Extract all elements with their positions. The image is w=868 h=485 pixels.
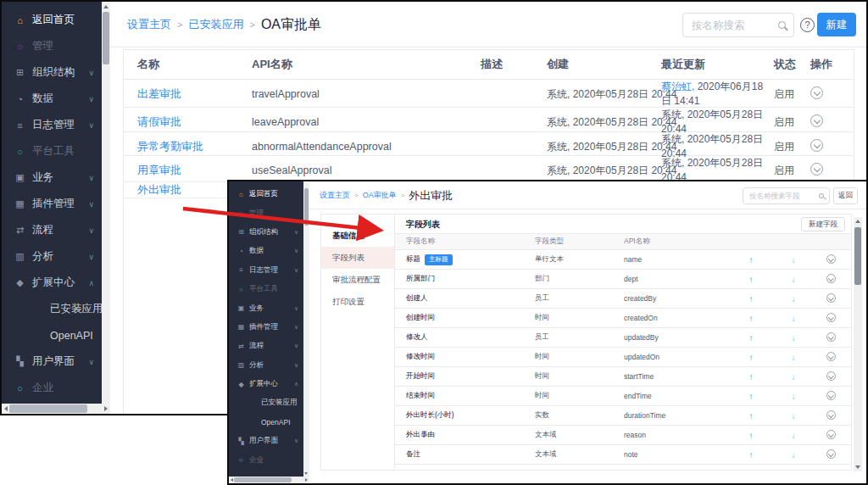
sidebar-item[interactable]: ≡ 日志管理 ∨ — [2, 112, 102, 138]
detail-menu-item[interactable]: 字段列表 — [321, 247, 394, 269]
sidebar-item[interactable]: ▚ 用户界面 ∨ — [2, 348, 102, 375]
sidebar-item[interactable]: ▥ 分析 ∨ — [229, 356, 303, 375]
move-down-icon[interactable]: ↓ — [772, 372, 815, 382]
sidebar-horizontal-scrollbar[interactable] — [2, 404, 110, 414]
field-actions-icon[interactable] — [826, 410, 836, 420]
sidebar-item[interactable]: ≡ 日志管理 ∨ — [229, 261, 303, 280]
sidebar-item-icon: ▣ — [237, 304, 245, 312]
back-button[interactable]: 返回 — [833, 187, 858, 204]
sidebar-item[interactable]: ▦ 插件管理 ∨ — [229, 318, 303, 337]
move-up-icon[interactable]: ↑ — [730, 431, 772, 440]
field-actions-icon[interactable] — [826, 449, 836, 459]
sidebar-item[interactable]: ◔ 数据 ∨ — [229, 242, 303, 260]
sidebar-item-label: 平台工具 — [32, 144, 75, 159]
move-up-icon[interactable]: ↑ — [730, 294, 772, 304]
move-up-icon[interactable]: ↑ — [730, 255, 772, 265]
breadcrumb-link[interactable]: OA审批单 — [363, 190, 397, 201]
field-actions-icon[interactable] — [826, 430, 836, 439]
move-down-icon[interactable]: ↓ — [772, 255, 815, 265]
sidebar-item[interactable]: OpenAPI — [2, 322, 102, 348]
field-actions-icon[interactable] — [826, 391, 836, 400]
popup-sidebar-vertical-scrollbar[interactable] — [303, 181, 309, 477]
sidebar-item[interactable]: ○ 平台工具 — [2, 138, 102, 164]
detail-menu-item[interactable]: 打印设置 — [321, 291, 394, 313]
field-table-scrollbar[interactable] — [854, 217, 862, 471]
field-type: 时间 — [535, 371, 624, 382]
field-actions-icon[interactable] — [826, 274, 836, 283]
move-down-icon[interactable]: ↓ — [772, 411, 815, 421]
sidebar-item[interactable]: ○ 企业 — [2, 375, 102, 401]
breadcrumb-link[interactable]: 设置主页 — [127, 17, 171, 32]
sidebar-item[interactable]: ▚ 用户界面 ∨ — [229, 432, 303, 450]
sidebar-item[interactable]: ○ 企业 — [229, 450, 303, 469]
field-search-input[interactable] — [743, 192, 819, 200]
field-name: 外出时长(小时) — [406, 410, 535, 421]
main-topbar: 设置主页 > 已安装应用 > OA审批单 ? 新建 — [110, 2, 866, 47]
new-button[interactable]: 新建 — [817, 13, 856, 36]
move-down-icon[interactable]: ↓ — [772, 314, 815, 323]
row-actions-icon[interactable] — [810, 86, 823, 99]
search-input[interactable] — [683, 20, 778, 31]
move-down-icon[interactable]: ↓ — [772, 392, 815, 401]
popup-sidebar-horizontal-scrollbar[interactable] — [229, 477, 309, 483]
row-actions-icon[interactable] — [810, 139, 823, 152]
sidebar-item[interactable]: ⇄ 流程 ∨ — [229, 337, 303, 355]
app-name-link[interactable]: 外出审批 — [137, 183, 181, 196]
move-down-icon[interactable]: ↓ — [772, 294, 815, 304]
sidebar-item[interactable]: ▦ 插件管理 ∨ — [2, 191, 102, 217]
field-actions-icon[interactable] — [826, 313, 836, 322]
detail-menu-item[interactable]: 基础信息 — [321, 225, 394, 247]
move-up-icon[interactable]: ↑ — [730, 450, 772, 460]
field-name: 标题主标题 — [406, 254, 535, 265]
detail-menu-item[interactable]: 审批流程配置 — [321, 269, 394, 291]
sidebar-vertical-scrollbar[interactable] — [102, 2, 110, 404]
sidebar-item[interactable]: ◆ 扩展中心 ∧ — [229, 375, 303, 393]
help-icon[interactable]: ? — [800, 18, 815, 32]
sidebar-item[interactable]: ▣ 业务 ∨ — [2, 164, 102, 191]
sidebar-item[interactable]: ▥ 分析 ∨ — [2, 243, 102, 270]
search-icon[interactable] — [819, 193, 824, 198]
app-name-link[interactable]: 异常考勤审批 — [137, 140, 203, 153]
move-up-icon[interactable]: ↑ — [730, 275, 772, 284]
sidebar-item[interactable]: ⊞ 组织结构 ∨ — [229, 223, 303, 242]
sidebar-item[interactable]: ○ 平台工具 — [229, 280, 303, 298]
breadcrumb-link[interactable]: 设置主页 — [320, 190, 350, 201]
move-up-icon[interactable]: ↑ — [730, 314, 772, 323]
sidebar-item[interactable]: OpenAPI — [229, 413, 303, 432]
sidebar-item[interactable]: 已安装应用 — [2, 296, 102, 322]
move-down-icon[interactable]: ↓ — [772, 275, 815, 284]
app-name-link[interactable]: 请假审批 — [137, 115, 181, 128]
field-actions-icon[interactable] — [826, 371, 836, 381]
new-field-button[interactable]: 新建字段 — [801, 217, 845, 231]
field-actions-icon[interactable] — [826, 293, 836, 303]
move-up-icon[interactable]: ↑ — [730, 333, 772, 343]
move-up-icon[interactable]: ↑ — [730, 353, 772, 362]
row-actions-icon[interactable] — [810, 114, 823, 127]
field-actions-icon[interactable] — [826, 352, 836, 361]
app-name-link[interactable]: 出差审批 — [137, 87, 181, 100]
field-actions-icon[interactable] — [826, 254, 836, 264]
move-down-icon[interactable]: ↓ — [772, 333, 815, 343]
sidebar-item[interactable]: ◆ 扩展中心 ∧ — [2, 270, 102, 296]
app-name-link[interactable]: 用章审批 — [137, 164, 181, 176]
sidebar-item[interactable]: ◔ 数据 ∨ — [2, 86, 102, 112]
sidebar-item[interactable]: ○ 管理 — [229, 203, 303, 222]
updated-by-link[interactable]: 蔡治虹, — [661, 81, 694, 92]
move-down-icon[interactable]: ↓ — [772, 353, 815, 362]
sidebar-item[interactable]: ⌂ 返回首页 — [229, 185, 303, 203]
sidebar-item[interactable]: ⇄ 流程 ∨ — [2, 217, 102, 243]
move-down-icon[interactable]: ↓ — [772, 431, 815, 440]
move-up-icon[interactable]: ↑ — [730, 392, 772, 401]
move-up-icon[interactable]: ↑ — [730, 411, 772, 421]
field-actions-icon[interactable] — [826, 332, 836, 342]
sidebar-item[interactable]: 已安装应用 — [229, 393, 303, 412]
search-icon[interactable] — [778, 21, 786, 29]
sidebar-item[interactable]: ⊞ 组织结构 ∨ — [2, 59, 102, 86]
move-up-icon[interactable]: ↑ — [730, 372, 772, 382]
move-down-icon[interactable]: ↓ — [772, 450, 815, 460]
breadcrumb-link[interactable]: 已安装应用 — [188, 17, 243, 32]
sidebar-item[interactable]: ○ 管理 — [2, 33, 102, 59]
sidebar-item[interactable]: ⌂ 返回首页 — [2, 7, 102, 33]
sidebar-item[interactable]: ▣ 业务 ∨ — [229, 298, 303, 317]
row-actions-icon[interactable] — [810, 163, 823, 176]
